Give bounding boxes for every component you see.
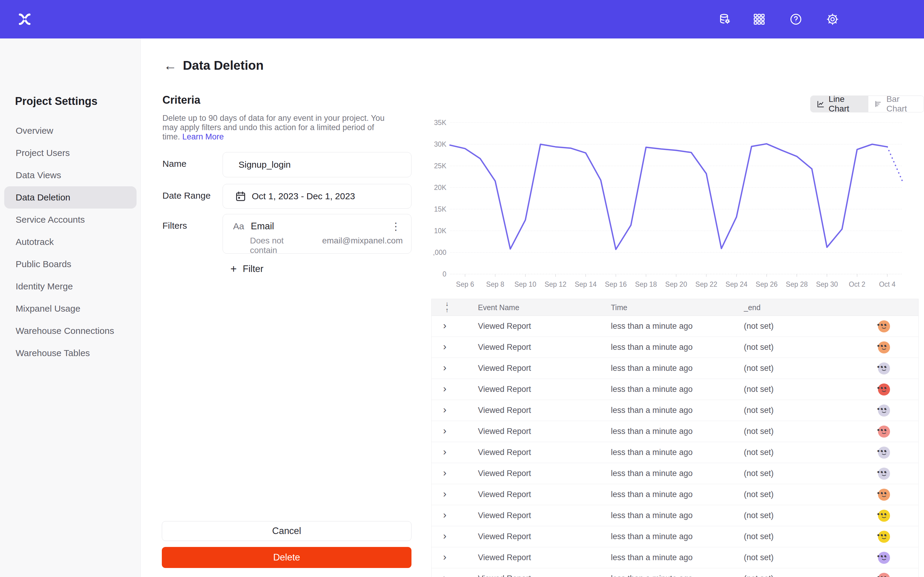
sidebar-item-public-boards[interactable]: Public Boards (0, 253, 141, 275)
y-tick-label: 0 (443, 270, 446, 278)
table-row[interactable]: › Viewed Report less than a minute ago (… (431, 379, 918, 400)
bar-chart-toggle[interactable]: Bar Chart (868, 96, 924, 112)
chevron-right-icon[interactable]: › (443, 383, 446, 393)
row-menu-icon[interactable]: ••• (870, 489, 894, 497)
chevron-right-icon[interactable]: › (443, 320, 446, 330)
topbar (0, 0, 924, 39)
table-row[interactable]: › Viewed Report less than a minute ago (… (431, 463, 918, 484)
delete-button[interactable]: Delete (162, 547, 412, 568)
filter-value[interactable]: email@mixpanel.com (322, 236, 403, 255)
events-line-chart[interactable]: 05,00010K15K20K25K30K35KSep 6Sep 8Sep 10… (433, 119, 914, 294)
event-name-cell: Viewed Report (478, 406, 531, 415)
end-cell: (not set) (744, 490, 774, 499)
sidebar-item-warehouse-tables[interactable]: Warehouse Tables (0, 342, 141, 364)
row-menu-icon[interactable]: ••• (870, 573, 894, 577)
sidebar-items: OverviewProject UsersData ViewsData Dele… (0, 119, 141, 364)
row-menu-icon[interactable]: ••• (870, 447, 894, 455)
table-row[interactable]: › Viewed Report less than a minute ago (… (431, 316, 918, 337)
sidebar-item-identity-merge[interactable]: Identity Merge (0, 275, 141, 298)
sidebar-title: Project Settings (15, 95, 97, 108)
column-header-event-name[interactable]: Event Name (478, 303, 519, 312)
end-cell: (not set) (744, 448, 774, 457)
table-row[interactable]: › Viewed Report less than a minute ago (… (431, 337, 918, 358)
filter-menu-icon[interactable]: ⋮ (389, 221, 403, 231)
column-header-end[interactable]: _end (744, 303, 761, 312)
row-menu-icon[interactable]: ••• (870, 531, 894, 540)
event-name-cell: Viewed Report (478, 553, 531, 562)
chevron-right-icon[interactable]: › (443, 425, 446, 435)
name-label: Name (162, 159, 186, 169)
sidebar-item-mixpanel-usage[interactable]: Mixpanel Usage (0, 298, 141, 320)
sidebar-item-service-accounts[interactable]: Service Accounts (0, 209, 141, 231)
chevron-right-icon[interactable]: › (443, 551, 446, 562)
filter-card[interactable]: Aa Email ⋮ Does not contain email@mixpan… (223, 214, 412, 254)
row-menu-icon[interactable]: ••• (870, 405, 894, 413)
chevron-right-icon[interactable]: › (443, 362, 446, 372)
filter-operator[interactable]: Does not contain (250, 236, 311, 255)
table-row[interactable]: › Viewed Report less than a minute ago (… (431, 358, 918, 379)
time-cell: less than a minute ago (611, 490, 693, 499)
sidebar-item-autotrack[interactable]: Autotrack (0, 231, 141, 253)
row-menu-icon[interactable]: ••• (870, 363, 894, 371)
end-cell: (not set) (744, 553, 774, 562)
time-cell: less than a minute ago (611, 511, 693, 520)
table-row[interactable]: › Viewed Report less than a minute ago (… (431, 526, 918, 547)
sidebar-item-label: Warehouse Connections (16, 326, 114, 336)
sidebar-item-project-users[interactable]: Project Users (0, 142, 141, 164)
chevron-right-icon[interactable]: › (443, 572, 446, 577)
time-cell: less than a minute ago (611, 469, 693, 478)
row-menu-icon[interactable]: ••• (870, 342, 894, 350)
chevron-right-icon[interactable]: › (443, 446, 446, 456)
table-row[interactable]: › Viewed Report less than a minute ago (… (431, 568, 918, 577)
x-tick-label: Sep 8 (486, 280, 504, 288)
apps-grid-icon[interactable] (753, 13, 766, 26)
add-filter-button[interactable]: + Filter (230, 263, 263, 275)
sidebar-item-label: Service Accounts (16, 214, 85, 225)
table-row[interactable]: › Viewed Report less than a minute ago (… (431, 547, 918, 568)
table-row[interactable]: › Viewed Report less than a minute ago (… (431, 484, 918, 505)
add-filter-label: Filter (243, 264, 263, 274)
learn-more-link[interactable]: Learn More (182, 132, 224, 141)
chevron-right-icon[interactable]: › (443, 404, 446, 414)
line-chart-toggle[interactable]: Line Chart (811, 96, 868, 112)
y-tick-label: 30K (434, 140, 447, 148)
table-row[interactable]: › Viewed Report less than a minute ago (… (431, 400, 918, 421)
sidebar-item-overview[interactable]: Overview (0, 119, 141, 142)
data-management-icon[interactable] (718, 13, 732, 26)
cancel-button[interactable]: Cancel (162, 521, 412, 541)
sidebar-item-label: Overview (16, 126, 53, 136)
end-cell: (not set) (744, 574, 774, 577)
chevron-right-icon[interactable]: › (443, 488, 446, 498)
chevron-right-icon[interactable]: › (443, 509, 446, 520)
date-range-input[interactable]: Oct 1, 2023 - Dec 1, 2023 (223, 184, 412, 209)
chevron-right-icon[interactable]: › (443, 530, 446, 541)
row-menu-icon[interactable]: ••• (870, 384, 894, 392)
chevron-right-icon[interactable]: › (443, 467, 446, 477)
criteria-description: Delete up to 90 days of data for any eve… (162, 114, 391, 142)
row-menu-icon[interactable]: ••• (870, 552, 894, 561)
table-row[interactable]: › Viewed Report less than a minute ago (… (431, 505, 918, 526)
table-body: › Viewed Report less than a minute ago (… (431, 316, 918, 577)
table-row[interactable]: › Viewed Report less than a minute ago (… (431, 421, 918, 442)
name-input[interactable]: Signup_login (223, 152, 412, 177)
end-cell: (not set) (744, 343, 774, 352)
y-tick-label: 10K (434, 227, 447, 235)
row-menu-icon[interactable]: ••• (870, 468, 894, 476)
time-cell: less than a minute ago (611, 406, 693, 415)
row-menu-icon[interactable]: ••• (870, 321, 894, 329)
row-menu-icon[interactable]: ••• (870, 426, 894, 434)
row-menu-icon[interactable]: ••• (870, 510, 894, 518)
sidebar-item-warehouse-connections[interactable]: Warehouse Connections (0, 320, 141, 342)
sidebar-item-data-deletion[interactable]: Data Deletion (4, 186, 137, 209)
column-header-time[interactable]: Time (611, 303, 627, 312)
x-tick-label: Sep 20 (666, 280, 687, 288)
back-arrow-icon[interactable]: ← (164, 59, 177, 72)
sort-icon[interactable]: ↓ ↑ (443, 301, 451, 313)
table-header: ↓ ↑ Event Name Time _end (431, 299, 918, 316)
sidebar-item-data-views[interactable]: Data Views (0, 164, 141, 186)
chevron-right-icon[interactable]: › (443, 341, 446, 351)
mixpanel-logo[interactable] (18, 12, 32, 26)
help-icon[interactable] (789, 13, 803, 26)
settings-gear-icon[interactable] (826, 13, 839, 26)
table-row[interactable]: › Viewed Report less than a minute ago (… (431, 442, 918, 463)
